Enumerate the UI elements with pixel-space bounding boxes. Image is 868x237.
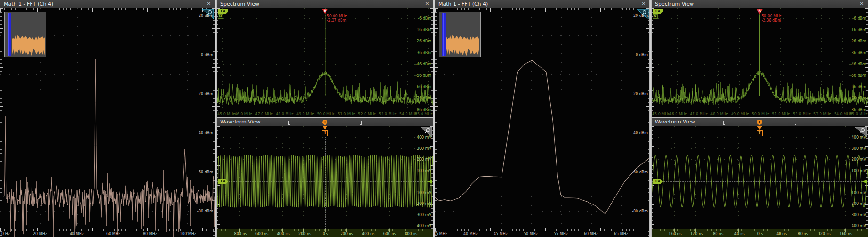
spectrum-plot: 45.0 MHz46.0 MHz47.0 MHz48.0 MHz49.0 MHz… — [217, 8, 433, 117]
time-axis-label: 200 ns — [339, 232, 355, 236]
spectrum-trace — [217, 8, 433, 117]
math-fft-window-right: Math 1 - FFT (Ch 4) ✕ 20 dBm0 dBm-20 dBm… — [435, 0, 650, 237]
fft-y-axis-label: -80 dBm — [632, 209, 648, 213]
waveform-titlebar: Waveform View T — [217, 118, 433, 126]
trigger-position-handle[interactable]: T — [757, 120, 763, 125]
fft-x-axis-label: 45 MHz — [494, 232, 508, 236]
time-axis-label: 120 ns — [816, 232, 832, 236]
waveform-y-axis-label: -300 mV — [415, 213, 431, 217]
close-icon[interactable]: ✕ — [640, 1, 647, 6]
time-axis-label: -800 ns — [232, 232, 248, 236]
marker-amplitude-readout: -2.38 dBm — [762, 18, 781, 23]
waveform-view-section: Waveform View T 400 mV300 mV200 mV100 mV… — [217, 118, 433, 237]
marker-frequency-readout: 50.00 MHz — [327, 14, 347, 18]
close-icon[interactable]: ✕ — [859, 1, 865, 6]
fft-y-axis-label: -60 dBm — [632, 170, 648, 174]
spectrum-plot: 45.0 MHz46.0 MHz47.0 MHz48.0 MHz49.0 MHz… — [652, 8, 868, 117]
waveform-y-axis-label: 200 mV — [417, 157, 431, 162]
spectrum-y-axis-label: -66 dBm — [415, 85, 431, 89]
spectrum-y-axis-label: -36 dBm — [850, 51, 866, 55]
close-icon[interactable]: ✕ — [424, 1, 430, 6]
spectrum-y-axis-label: -26 dBm — [850, 39, 866, 43]
time-axis-label: -400 ns — [275, 232, 291, 236]
spectrum-y-axis-label: -36 dBm — [415, 51, 431, 55]
fft-y-axis-label: -40 dBm — [197, 131, 213, 135]
waveform-y-axis-label: -400 mV — [850, 224, 866, 228]
spectrum-waveform-window-left: Spectrum View ✕ 45.0 MHz46.0 MHz47.0 MHz… — [216, 0, 433, 237]
zoom-scrollbar[interactable]: T — [723, 120, 796, 125]
math-fft-titlebar: Math 1 - FFT (Ch 4) ✕ — [435, 0, 649, 8]
waveform-plot: 400 mV300 mV200 mV100 mV-100 mV-200 mV-3… — [217, 126, 433, 229]
spectrum-y-axis-label: -56 dBm — [850, 74, 866, 78]
fft-x-axis-label: 20 MHz — [33, 232, 47, 236]
fft-x-axis-label: 40 MHz — [463, 232, 478, 236]
math-fft-title: Math 1 - FFT (Ch 4) — [438, 1, 488, 7]
spectrum-view-section: Spectrum View ✕ 45.0 MHz46.0 MHz47.0 MHz… — [652, 0, 868, 118]
waveform-y-axis-label: 400 mV — [852, 135, 866, 139]
scrollbar-left-bracket[interactable] — [723, 121, 725, 125]
spectrum-y-axis-label: -16 dBm — [415, 28, 431, 32]
waveform-y-axis-label: -200 mV — [850, 202, 866, 206]
fft-x-axis-label: 55 MHz — [554, 232, 568, 236]
waveform-y-axis-label: -100 mV — [415, 191, 431, 195]
time-axis-label: 40 ns — [773, 232, 789, 236]
fft-x-axis-label: 100 MHz — [180, 232, 196, 236]
waveform-y-axis-label: 300 mV — [417, 147, 431, 151]
trigger-marker-box[interactable]: T — [757, 130, 763, 136]
math-fft-trace — [0, 8, 215, 237]
waveform-trace — [217, 126, 433, 229]
math-fft-title: Math 1 - FFT (Ch 4) — [4, 1, 53, 7]
spectrum-y-axis-label: -46 dBm — [850, 62, 866, 66]
oscilloscope-screen: Math 1 - FFT (Ch 4) ✕ 20 dBm0 dBm-20 dBm… — [0, 0, 868, 237]
spectrum-trace — [652, 8, 868, 117]
marker-amplitude-readout: -2.37 dBm — [327, 18, 347, 23]
waveform-title: Waveform View — [655, 119, 695, 125]
math-fft-trace — [435, 8, 649, 237]
time-axis-label: 80 ns — [795, 232, 811, 236]
marker-frequency-readout: 50.00 MHz — [762, 14, 782, 18]
spectrum-titlebar: Spectrum View ✕ — [217, 0, 433, 8]
waveform-time-axis: -160 ns-120 ns-80 ns-40 ns0 s40 ns80 ns1… — [652, 229, 868, 237]
fft-x-axis-label: 65 MHz — [614, 232, 628, 236]
spectrum-y-axis-label: -76 dBm — [850, 96, 866, 100]
spectrum-title: Spectrum View — [220, 1, 259, 7]
time-axis-label: -200 ns — [296, 232, 312, 236]
waveform-y-axis-label: 200 mV — [852, 157, 866, 162]
scrollbar-left-bracket[interactable] — [288, 121, 290, 125]
trigger-position-handle[interactable]: T — [322, 120, 328, 125]
spectrum-y-axis-label: -6 dBm — [418, 16, 431, 21]
trace-mode-badge[interactable]: N — [653, 14, 658, 19]
fft-x-axis-label: 40 MHz — [70, 232, 84, 236]
fft-y-axis-label: -80 dBm — [197, 209, 213, 213]
channel-badge-c4[interactable]: C4 — [218, 9, 228, 14]
scrollbar-right-bracket[interactable] — [360, 121, 362, 125]
time-axis-label: -80 ns — [709, 232, 725, 236]
fft-x-axis-label: 80 MHz — [143, 232, 157, 236]
waveform-titlebar: Waveform View T — [652, 118, 868, 126]
math-fft-plot: 20 dBm0 dBm-20 dBm-40 dBm-60 dBm-80 dBm3… — [435, 8, 649, 237]
fft-y-axis-label: 20 dBm — [633, 14, 648, 18]
time-axis-label: 0 s — [318, 232, 334, 236]
time-axis-label: -160 ns — [667, 232, 683, 236]
waveform-time-axis: -800 ns-600 ns-400 ns-200 ns0 s200 ns400… — [217, 229, 433, 237]
close-icon[interactable]: ✕ — [206, 1, 212, 6]
time-axis-label: -120 ns — [688, 232, 704, 236]
fft-x-axis-label: 35 MHz — [435, 232, 447, 236]
zoom-scrollbar[interactable]: T — [288, 120, 362, 125]
waveform-y-axis-label: -100 mV — [850, 191, 866, 195]
scrollbar-right-bracket[interactable] — [795, 121, 796, 125]
time-axis-label: 600 ns — [382, 232, 398, 236]
trace-mode-badge[interactable]: N — [218, 14, 223, 19]
spectrum-y-axis-label: -76 dBm — [415, 96, 431, 100]
waveform-y-axis-label: -200 mV — [415, 202, 431, 206]
waveform-title: Waveform View — [220, 119, 260, 125]
waveform-y-axis-label: -300 mV — [850, 213, 866, 217]
waveform-y-axis-label: 100 mV — [417, 169, 431, 173]
fft-y-axis-label: -40 dBm — [632, 131, 648, 135]
trigger-marker-box[interactable]: T — [322, 130, 328, 136]
spectrum-y-axis-label: -26 dBm — [415, 39, 431, 43]
fft-y-axis-label: 0 dBm — [636, 53, 648, 57]
fft-x-axis-label: 50 MHz — [524, 232, 538, 236]
channel-badge-c4[interactable]: C4 — [653, 9, 663, 14]
time-axis-label: 0 s — [752, 232, 768, 236]
